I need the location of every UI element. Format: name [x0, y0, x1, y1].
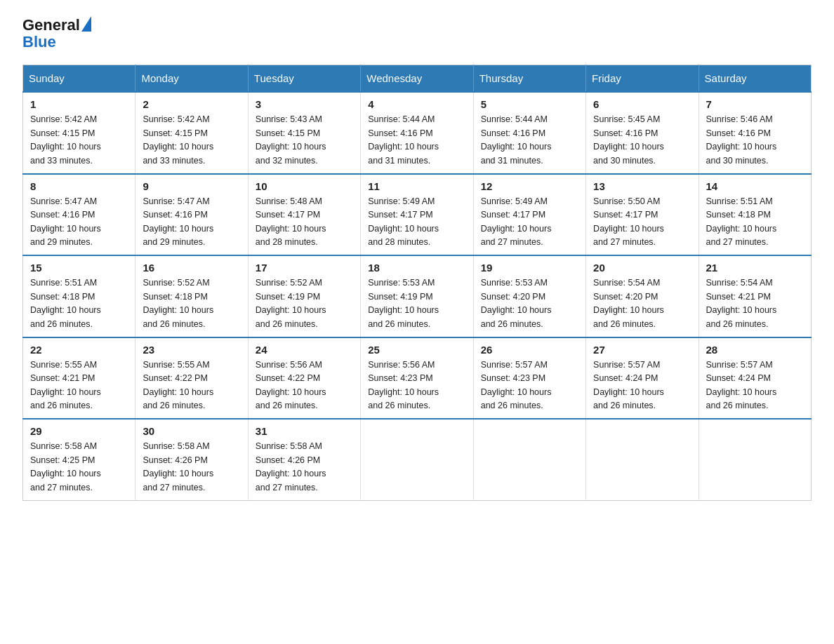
weekday-header-row: SundayMondayTuesdayWednesdayThursdayFrid… — [23, 65, 812, 93]
day-info: Sunrise: 5:48 AMSunset: 4:17 PMDaylight:… — [256, 195, 353, 250]
logo: General Blue — [22, 17, 91, 51]
day-info: Sunrise: 5:42 AMSunset: 4:15 PMDaylight:… — [143, 113, 240, 168]
day-number: 24 — [256, 344, 353, 356]
day-number: 2 — [143, 98, 240, 110]
calendar-cell: 20 Sunrise: 5:54 AMSunset: 4:20 PMDaylig… — [586, 255, 699, 337]
logo-blue-text: Blue — [22, 34, 91, 51]
day-number: 29 — [30, 425, 128, 437]
calendar-cell: 19 Sunrise: 5:53 AMSunset: 4:20 PMDaylig… — [473, 255, 585, 337]
calendar-cell: 9 Sunrise: 5:47 AMSunset: 4:16 PMDayligh… — [135, 174, 248, 256]
day-info: Sunrise: 5:58 AMSunset: 4:26 PMDaylight:… — [143, 440, 240, 495]
calendar-cell: 21 Sunrise: 5:54 AMSunset: 4:21 PMDaylig… — [699, 255, 811, 337]
day-number: 4 — [368, 98, 465, 110]
calendar-cell: 26 Sunrise: 5:57 AMSunset: 4:23 PMDaylig… — [473, 337, 585, 420]
day-info: Sunrise: 5:52 AMSunset: 4:19 PMDaylight:… — [256, 276, 353, 331]
weekday-header-thursday: Thursday — [473, 65, 585, 93]
day-number: 7 — [706, 98, 804, 110]
calendar-cell: 28 Sunrise: 5:57 AMSunset: 4:24 PMDaylig… — [699, 337, 811, 420]
header: General Blue — [22, 17, 812, 51]
day-info: Sunrise: 5:50 AMSunset: 4:17 PMDaylight:… — [593, 195, 691, 250]
calendar-cell: 15 Sunrise: 5:51 AMSunset: 4:18 PMDaylig… — [23, 255, 135, 337]
calendar-cell: 12 Sunrise: 5:49 AMSunset: 4:17 PMDaylig… — [473, 174, 585, 256]
calendar-cell: 22 Sunrise: 5:55 AMSunset: 4:21 PMDaylig… — [23, 337, 135, 420]
weekday-header-saturday: Saturday — [699, 65, 811, 93]
day-info: Sunrise: 5:47 AMSunset: 4:16 PMDaylight:… — [143, 195, 240, 250]
calendar-cell: 10 Sunrise: 5:48 AMSunset: 4:17 PMDaylig… — [248, 174, 360, 256]
calendar-cell: 6 Sunrise: 5:45 AMSunset: 4:16 PMDayligh… — [586, 92, 699, 174]
day-number: 17 — [256, 262, 353, 274]
day-info: Sunrise: 5:57 AMSunset: 4:24 PMDaylight:… — [593, 358, 691, 413]
calendar-cell: 2 Sunrise: 5:42 AMSunset: 4:15 PMDayligh… — [135, 92, 248, 174]
day-number: 13 — [593, 180, 691, 192]
logo-triangle-icon — [81, 16, 91, 32]
calendar-cell: 4 Sunrise: 5:44 AMSunset: 4:16 PMDayligh… — [361, 92, 473, 174]
calendar-cell: 14 Sunrise: 5:51 AMSunset: 4:18 PMDaylig… — [699, 174, 811, 256]
logo-general-text: General — [22, 17, 80, 34]
day-info: Sunrise: 5:52 AMSunset: 4:18 PMDaylight:… — [143, 276, 240, 331]
week-row-4: 22 Sunrise: 5:55 AMSunset: 4:21 PMDaylig… — [23, 337, 812, 420]
calendar-cell: 18 Sunrise: 5:53 AMSunset: 4:19 PMDaylig… — [361, 255, 473, 337]
weekday-header-wednesday: Wednesday — [361, 65, 473, 93]
weekday-header-friday: Friday — [586, 65, 699, 93]
day-number: 18 — [368, 262, 465, 274]
calendar-cell: 17 Sunrise: 5:52 AMSunset: 4:19 PMDaylig… — [248, 255, 360, 337]
day-number: 14 — [706, 180, 804, 192]
day-info: Sunrise: 5:58 AMSunset: 4:25 PMDaylight:… — [30, 440, 128, 495]
day-info: Sunrise: 5:55 AMSunset: 4:22 PMDaylight:… — [143, 358, 240, 413]
calendar-cell: 8 Sunrise: 5:47 AMSunset: 4:16 PMDayligh… — [23, 174, 135, 256]
calendar-table: SundayMondayTuesdayWednesdayThursdayFrid… — [22, 65, 812, 501]
calendar-cell: 7 Sunrise: 5:46 AMSunset: 4:16 PMDayligh… — [699, 92, 811, 174]
day-info: Sunrise: 5:56 AMSunset: 4:23 PMDaylight:… — [368, 358, 465, 413]
weekday-header-monday: Monday — [135, 65, 248, 93]
calendar-cell: 5 Sunrise: 5:44 AMSunset: 4:16 PMDayligh… — [473, 92, 585, 174]
calendar-cell — [473, 419, 585, 500]
week-row-2: 8 Sunrise: 5:47 AMSunset: 4:16 PMDayligh… — [23, 174, 812, 256]
day-number: 6 — [593, 98, 691, 110]
day-info: Sunrise: 5:58 AMSunset: 4:26 PMDaylight:… — [256, 440, 353, 495]
day-number: 15 — [30, 262, 128, 274]
week-row-1: 1 Sunrise: 5:42 AMSunset: 4:15 PMDayligh… — [23, 92, 812, 174]
calendar-cell: 16 Sunrise: 5:52 AMSunset: 4:18 PMDaylig… — [135, 255, 248, 337]
week-row-5: 29 Sunrise: 5:58 AMSunset: 4:25 PMDaylig… — [23, 419, 812, 500]
day-number: 26 — [481, 344, 578, 356]
day-info: Sunrise: 5:43 AMSunset: 4:15 PMDaylight:… — [256, 113, 353, 168]
day-number: 8 — [30, 180, 128, 192]
day-number: 3 — [256, 98, 353, 110]
calendar-cell: 30 Sunrise: 5:58 AMSunset: 4:26 PMDaylig… — [135, 419, 248, 500]
weekday-header-sunday: Sunday — [23, 65, 135, 93]
week-row-3: 15 Sunrise: 5:51 AMSunset: 4:18 PMDaylig… — [23, 255, 812, 337]
day-number: 20 — [593, 262, 691, 274]
day-number: 27 — [593, 344, 691, 356]
calendar-cell: 1 Sunrise: 5:42 AMSunset: 4:15 PMDayligh… — [23, 92, 135, 174]
day-info: Sunrise: 5:45 AMSunset: 4:16 PMDaylight:… — [593, 113, 691, 168]
calendar-cell — [699, 419, 811, 500]
calendar-cell: 31 Sunrise: 5:58 AMSunset: 4:26 PMDaylig… — [248, 419, 360, 500]
day-info: Sunrise: 5:51 AMSunset: 4:18 PMDaylight:… — [706, 195, 804, 250]
day-info: Sunrise: 5:47 AMSunset: 4:16 PMDaylight:… — [30, 195, 128, 250]
day-info: Sunrise: 5:42 AMSunset: 4:15 PMDaylight:… — [30, 113, 128, 168]
calendar-cell: 29 Sunrise: 5:58 AMSunset: 4:25 PMDaylig… — [23, 419, 135, 500]
day-info: Sunrise: 5:46 AMSunset: 4:16 PMDaylight:… — [706, 113, 804, 168]
calendar-cell: 24 Sunrise: 5:56 AMSunset: 4:22 PMDaylig… — [248, 337, 360, 420]
day-number: 30 — [143, 425, 240, 437]
day-number: 19 — [481, 262, 578, 274]
day-info: Sunrise: 5:53 AMSunset: 4:20 PMDaylight:… — [481, 276, 578, 331]
day-info: Sunrise: 5:44 AMSunset: 4:16 PMDaylight:… — [481, 113, 578, 168]
day-number: 10 — [256, 180, 353, 192]
calendar-cell: 3 Sunrise: 5:43 AMSunset: 4:15 PMDayligh… — [248, 92, 360, 174]
day-number: 25 — [368, 344, 465, 356]
calendar-cell: 11 Sunrise: 5:49 AMSunset: 4:17 PMDaylig… — [361, 174, 473, 256]
day-number: 9 — [143, 180, 240, 192]
day-info: Sunrise: 5:53 AMSunset: 4:19 PMDaylight:… — [368, 276, 465, 331]
day-number: 21 — [706, 262, 804, 274]
day-number: 16 — [143, 262, 240, 274]
day-info: Sunrise: 5:49 AMSunset: 4:17 PMDaylight:… — [368, 195, 465, 250]
day-number: 5 — [481, 98, 578, 110]
day-number: 12 — [481, 180, 578, 192]
calendar-cell: 27 Sunrise: 5:57 AMSunset: 4:24 PMDaylig… — [586, 337, 699, 420]
day-info: Sunrise: 5:55 AMSunset: 4:21 PMDaylight:… — [30, 358, 128, 413]
calendar-cell: 23 Sunrise: 5:55 AMSunset: 4:22 PMDaylig… — [135, 337, 248, 420]
day-number: 11 — [368, 180, 465, 192]
calendar-cell — [361, 419, 473, 500]
day-info: Sunrise: 5:56 AMSunset: 4:22 PMDaylight:… — [256, 358, 353, 413]
